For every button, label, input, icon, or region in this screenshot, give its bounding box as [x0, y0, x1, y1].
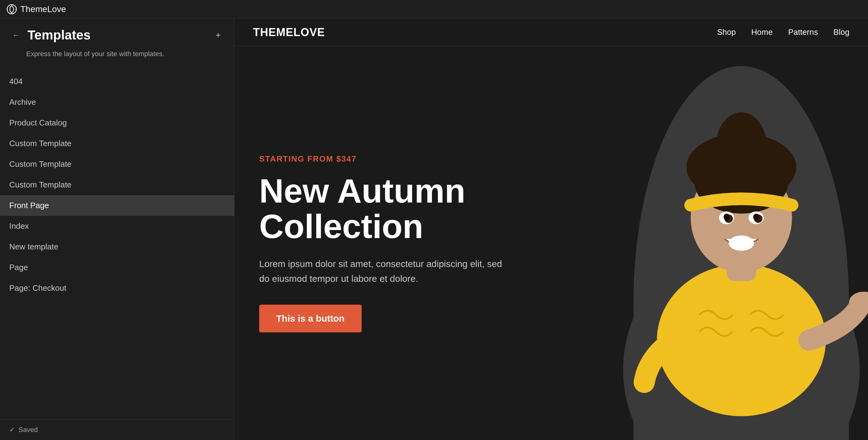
wp-logo: ThemeLove — [6, 4, 66, 15]
preview-logo: THEMELOVE — [253, 26, 325, 39]
sidebar-item-404[interactable]: 404 — [0, 71, 234, 92]
sidebar-item-archive[interactable]: Archive — [0, 92, 234, 112]
sidebar-footer: ✓ Saved — [0, 419, 234, 440]
svg-point-14 — [728, 236, 754, 251]
sidebar-item-front-page[interactable]: Front Page — [0, 195, 234, 216]
hero-tag: STARTING FROM $347 — [259, 154, 590, 164]
sidebar-item-index[interactable]: Index — [0, 216, 234, 237]
hero-content: STARTING FROM $347 New Autumn Collection… — [235, 46, 615, 440]
svg-point-17 — [753, 214, 759, 221]
back-button[interactable]: ← — [9, 28, 23, 42]
svg-point-9 — [716, 112, 767, 180]
sidebar-item-product-catalog[interactable]: Product Catalog — [0, 112, 234, 133]
hero-description: Lorem ipsum dolor sit amet, consectetur … — [259, 257, 506, 286]
add-template-button[interactable]: + — [211, 28, 225, 42]
sidebar-item-custom-template-1[interactable]: Custom Template — [0, 133, 234, 154]
top-bar: ThemeLove — [0, 0, 868, 19]
svg-point-1 — [10, 6, 13, 12]
back-icon: ← — [12, 31, 20, 39]
nav-link-shop[interactable]: Shop — [717, 28, 736, 37]
content-area: THEMELOVE ShopHomePatternsBlog STARTING … — [235, 19, 868, 440]
sidebar-item-new-template[interactable]: New template — [0, 237, 234, 257]
main-layout: ← Templates + Express the layout of your… — [0, 19, 868, 440]
sidebar-title: Templates — [28, 28, 207, 42]
sidebar: ← Templates + Express the layout of your… — [0, 19, 235, 440]
sidebar-item-page[interactable]: Page — [0, 257, 234, 278]
hero-image — [615, 46, 868, 440]
sidebar-item-custom-template-2[interactable]: Custom Template — [0, 154, 234, 174]
sidebar-list: 404ArchiveProduct CatalogCustom Template… — [0, 68, 234, 419]
site-name: ThemeLove — [20, 4, 66, 14]
saved-check-icon: ✓ — [9, 426, 15, 434]
svg-point-16 — [723, 214, 730, 221]
plus-icon: + — [216, 30, 221, 40]
preview-nav: THEMELOVE ShopHomePatternsBlog — [235, 19, 868, 46]
hero-cta-button[interactable]: This is a button — [259, 305, 362, 332]
nav-link-home[interactable]: Home — [751, 28, 773, 37]
wordpress-icon — [6, 4, 17, 15]
sidebar-header: ← Templates + — [0, 19, 234, 49]
sidebar-item-page-checkout[interactable]: Page: Checkout — [0, 278, 234, 299]
sidebar-description: Express the layout of your site with tem… — [0, 49, 234, 68]
sidebar-item-custom-template-3[interactable]: Custom Template — [0, 174, 234, 195]
hero-title: New Autumn Collection — [259, 173, 590, 244]
saved-status: Saved — [19, 426, 38, 434]
nav-link-patterns[interactable]: Patterns — [788, 28, 818, 37]
person-illustration — [615, 46, 868, 440]
nav-link-blog[interactable]: Blog — [833, 28, 849, 37]
hero-section: STARTING FROM $347 New Autumn Collection… — [235, 46, 868, 440]
preview-nav-links: ShopHomePatternsBlog — [717, 28, 849, 37]
